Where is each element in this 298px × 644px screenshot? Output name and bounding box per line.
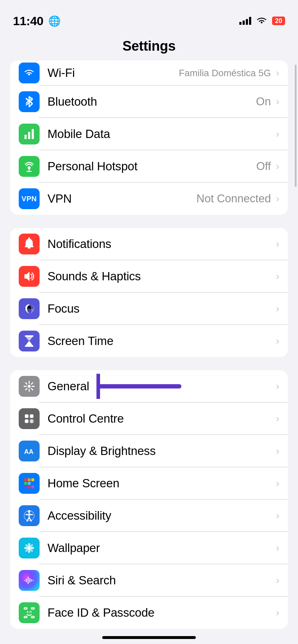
- vpn-chevron: ›: [276, 193, 279, 204]
- settings-row-control-centre[interactable]: Control Centre ›: [10, 402, 288, 435]
- bluetooth-icon: [19, 91, 40, 112]
- wifi-setting-icon: [19, 63, 40, 83]
- bluetooth-label: Bluetooth: [48, 95, 256, 109]
- mobile-data-chevron: ›: [276, 128, 279, 140]
- screen-time-icon: [19, 331, 40, 351]
- settings-row-siri[interactable]: Siri & Search ›: [10, 564, 288, 597]
- vpn-icon: VPN: [19, 188, 40, 209]
- svg-rect-2: [32, 129, 34, 139]
- wallpaper-label: Wallpaper: [48, 541, 275, 555]
- settings-row-focus[interactable]: Focus ›: [10, 293, 288, 325]
- home-screen-chevron: ›: [276, 478, 279, 489]
- settings-row-notifications[interactable]: Notifications ›: [10, 228, 288, 260]
- wifi-label: Wi‑Fi: [48, 66, 179, 80]
- globe-icon: 🌐: [48, 15, 61, 27]
- notifications-chevron: ›: [276, 238, 279, 250]
- screen-time-chevron: ›: [276, 335, 279, 347]
- display-icon: AA: [19, 441, 40, 461]
- battery-icon: 20: [272, 17, 285, 25]
- svg-rect-6: [25, 246, 33, 247]
- svg-rect-33: [31, 478, 34, 481]
- svg-rect-9: [25, 335, 33, 337]
- wifi-value: Familia Doméstica 5G: [179, 68, 271, 79]
- general-chevron: ›: [276, 381, 279, 392]
- signal-icon: [239, 17, 251, 25]
- svg-point-49: [24, 547, 28, 549]
- svg-rect-1: [28, 132, 30, 139]
- settings-row-sounds[interactable]: Sounds & Haptics ›: [10, 260, 288, 293]
- settings-row-screen-time[interactable]: Screen Time ›: [10, 325, 288, 357]
- wallpaper-icon: [19, 538, 40, 558]
- svg-point-50: [31, 547, 34, 549]
- siri-chevron: ›: [276, 575, 279, 586]
- wifi-chevron: ›: [276, 67, 279, 79]
- siri-label: Siri & Search: [48, 574, 275, 587]
- settings-row-home-screen[interactable]: Home Screen ›: [10, 467, 288, 500]
- hotspot-value: Off: [256, 160, 271, 173]
- faceid-chevron: ›: [276, 607, 279, 618]
- faceid-label: Face ID & Passcode: [48, 606, 275, 620]
- bluetooth-value: On: [256, 95, 271, 108]
- svg-rect-0: [24, 135, 27, 139]
- svg-rect-64: [31, 616, 34, 618]
- status-icons: 20: [239, 16, 285, 26]
- control-centre-label: Control Centre: [48, 412, 275, 426]
- general-group: General ›: [10, 370, 288, 629]
- sounds-icon: [19, 266, 40, 287]
- home-screen-label: Home Screen: [48, 477, 275, 490]
- status-bar: 11:40 🌐 20: [0, 0, 298, 32]
- settings-row-hotspot[interactable]: Personal Hotspot Off ›: [10, 150, 288, 183]
- scrollbar[interactable]: [295, 65, 297, 187]
- accessibility-label: Accessibility: [48, 509, 275, 523]
- mobile-data-label: Mobile Data: [48, 127, 275, 141]
- bluetooth-chevron: ›: [276, 96, 279, 107]
- sounds-label: Sounds & Haptics: [48, 270, 275, 283]
- focus-icon: [19, 298, 40, 319]
- control-centre-icon: [19, 408, 40, 429]
- settings-row-general[interactable]: General ›: [10, 370, 288, 402]
- svg-line-20: [26, 388, 27, 390]
- vpn-label: VPN: [48, 192, 197, 206]
- svg-marker-8: [24, 272, 30, 281]
- status-time: 11:40: [13, 14, 43, 28]
- svg-rect-23: [25, 414, 28, 418]
- focus-label: Focus: [48, 302, 275, 316]
- settings-row-mobile-data[interactable]: Mobile Data ›: [10, 118, 288, 150]
- svg-rect-61: [24, 608, 27, 609]
- general-icon: [19, 376, 40, 397]
- focus-chevron: ›: [276, 303, 279, 314]
- settings-row-wallpaper[interactable]: Wallpaper ›: [10, 532, 288, 564]
- svg-rect-32: [28, 478, 31, 481]
- accessibility-icon: [19, 505, 40, 526]
- svg-rect-62: [24, 616, 27, 618]
- connectivity-group: Wi‑Fi Familia Doméstica 5G › Bluetooth O…: [10, 60, 288, 215]
- svg-rect-25: [25, 419, 28, 423]
- wifi-icon: [256, 16, 268, 26]
- screen-time-label: Screen Time: [48, 334, 275, 348]
- svg-point-47: [28, 543, 30, 547]
- settings-row-accessibility[interactable]: Accessibility ›: [10, 500, 288, 532]
- svg-rect-36: [31, 482, 34, 485]
- notifications-icon: [19, 234, 40, 254]
- svg-rect-63: [31, 608, 34, 609]
- settings-row-display[interactable]: AA Display & Brightness ›: [10, 435, 288, 467]
- svg-point-12: [28, 385, 31, 388]
- siri-icon: [19, 570, 40, 591]
- settings-row-bluetooth[interactable]: Bluetooth On ›: [10, 86, 288, 118]
- svg-text:AA: AA: [24, 448, 33, 455]
- display-label: Display & Brightness: [48, 444, 275, 458]
- settings-row-vpn[interactable]: VPN VPN Not Connected ›: [10, 183, 288, 215]
- svg-line-19: [31, 383, 33, 384]
- svg-rect-24: [30, 414, 33, 418]
- settings-row-wifi[interactable]: Wi‑Fi Familia Doméstica 5G ›: [10, 60, 288, 86]
- faceid-icon: [19, 602, 40, 623]
- svg-rect-10: [25, 345, 33, 347]
- control-centre-chevron: ›: [276, 413, 279, 424]
- general-label: General: [48, 380, 275, 393]
- hotspot-icon: [19, 156, 40, 177]
- notifications-label: Notifications: [48, 237, 275, 251]
- settings-row-faceid[interactable]: Face ID & Passcode ›: [10, 597, 288, 629]
- wallpaper-chevron: ›: [276, 542, 279, 554]
- vpn-value: Not Connected: [197, 192, 271, 205]
- svg-rect-37: [24, 486, 27, 488]
